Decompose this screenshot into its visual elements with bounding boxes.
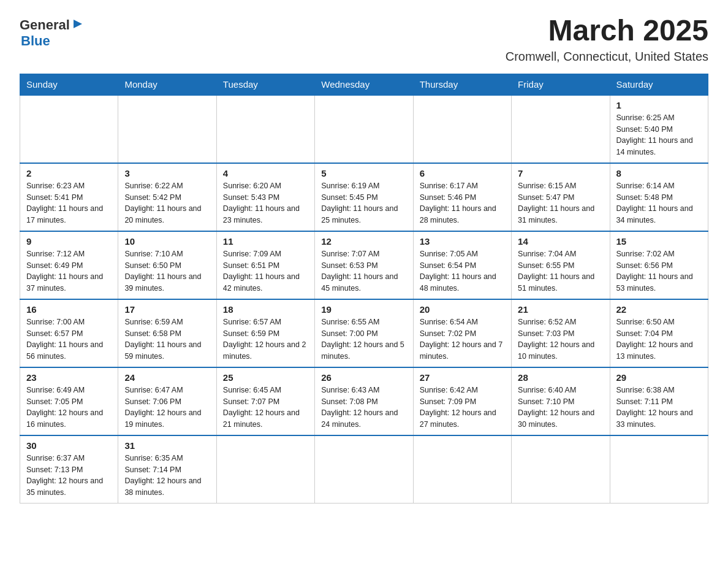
day-number: 19 [321,304,406,315]
calendar-week-1: 2Sunrise: 6:23 AM Sunset: 5:41 PM Daylig… [20,163,708,231]
day-number: 17 [124,304,210,315]
calendar-cell: 16Sunrise: 7:00 AM Sunset: 6:57 PM Dayli… [20,299,118,367]
header-day-monday: Monday [118,74,216,95]
day-info: Sunrise: 6:50 AM Sunset: 7:04 PM Dayligh… [616,316,702,362]
day-info: Sunrise: 7:12 AM Sunset: 6:49 PM Dayligh… [26,248,112,294]
calendar-cell: 24Sunrise: 6:47 AM Sunset: 7:06 PM Dayli… [118,367,216,435]
calendar-cell: 8Sunrise: 6:14 AM Sunset: 5:48 PM Daylig… [610,163,708,231]
calendar-cell: 7Sunrise: 6:15 AM Sunset: 5:47 PM Daylig… [512,163,610,231]
day-number: 26 [321,372,406,383]
day-info: Sunrise: 6:38 AM Sunset: 7:11 PM Dayligh… [616,385,702,431]
calendar-week-2: 9Sunrise: 7:12 AM Sunset: 6:49 PM Daylig… [20,231,708,299]
calendar-cell: 12Sunrise: 7:07 AM Sunset: 6:53 PM Dayli… [315,231,413,299]
day-number: 21 [518,304,603,315]
calendar-cell: 28Sunrise: 6:40 AM Sunset: 7:10 PM Dayli… [512,367,610,435]
calendar-cell: 17Sunrise: 6:59 AM Sunset: 6:58 PM Dayli… [118,299,216,367]
calendar-cell [216,435,314,504]
day-info: Sunrise: 7:02 AM Sunset: 6:56 PM Dayligh… [616,248,702,294]
header-day-friday: Friday [512,74,610,95]
day-info: Sunrise: 6:37 AM Sunset: 7:13 PM Dayligh… [26,453,112,499]
calendar-cell: 23Sunrise: 6:49 AM Sunset: 7:05 PM Dayli… [20,367,118,435]
title-block: March 2025 Cromwell, Connecticut, United… [506,15,708,64]
logo-blue-text: Blue [21,33,50,49]
calendar-cell [413,95,511,163]
calendar-week-3: 16Sunrise: 7:00 AM Sunset: 6:57 PM Dayli… [20,299,708,367]
day-info: Sunrise: 6:55 AM Sunset: 7:00 PM Dayligh… [321,316,406,362]
day-number: 3 [124,168,210,178]
logo-arrow-icon [71,17,85,31]
calendar-cell: 5Sunrise: 6:19 AM Sunset: 5:45 PM Daylig… [315,163,413,231]
day-number: 16 [26,304,112,315]
day-number: 15 [616,236,702,247]
day-number: 2 [26,168,112,178]
calendar-cell [20,95,118,163]
calendar-cell: 3Sunrise: 6:22 AM Sunset: 5:42 PM Daylig… [118,163,216,231]
calendar-cell: 6Sunrise: 6:17 AM Sunset: 5:46 PM Daylig… [413,163,511,231]
calendar-cell: 10Sunrise: 7:10 AM Sunset: 6:50 PM Dayli… [118,231,216,299]
calendar-header: SundayMondayTuesdayWednesdayThursdayFrid… [20,74,708,95]
day-info: Sunrise: 6:54 AM Sunset: 7:02 PM Dayligh… [420,316,505,362]
page-header: General Blue March 2025 Cromwell, Connec… [20,15,708,64]
day-number: 9 [26,236,112,247]
calendar-cell [610,435,708,504]
day-number: 30 [26,440,112,451]
day-number: 12 [321,236,406,247]
day-info: Sunrise: 6:42 AM Sunset: 7:09 PM Dayligh… [420,385,505,431]
day-number: 27 [420,372,505,383]
day-info: Sunrise: 6:35 AM Sunset: 7:14 PM Dayligh… [124,453,210,499]
day-number: 1 [616,100,702,110]
day-number: 22 [616,304,702,315]
calendar-body: 1Sunrise: 6:25 AM Sunset: 5:40 PM Daylig… [20,95,708,504]
calendar-cell: 1Sunrise: 6:25 AM Sunset: 5:40 PM Daylig… [610,95,708,163]
day-info: Sunrise: 6:40 AM Sunset: 7:10 PM Dayligh… [518,385,603,431]
header-day-thursday: Thursday [413,74,511,95]
day-number: 29 [616,372,702,383]
calendar-cell: 11Sunrise: 7:09 AM Sunset: 6:51 PM Dayli… [216,231,314,299]
header-day-tuesday: Tuesday [216,74,314,95]
day-info: Sunrise: 6:43 AM Sunset: 7:08 PM Dayligh… [321,385,406,431]
calendar-cell: 31Sunrise: 6:35 AM Sunset: 7:14 PM Dayli… [118,435,216,504]
day-info: Sunrise: 6:22 AM Sunset: 5:42 PM Dayligh… [124,180,210,226]
header-day-saturday: Saturday [610,74,708,95]
calendar-week-4: 23Sunrise: 6:49 AM Sunset: 7:05 PM Dayli… [20,367,708,435]
day-info: Sunrise: 6:52 AM Sunset: 7:03 PM Dayligh… [518,316,603,362]
logo: General Blue [20,17,85,49]
calendar-cell: 15Sunrise: 7:02 AM Sunset: 6:56 PM Dayli… [610,231,708,299]
calendar-cell: 19Sunrise: 6:55 AM Sunset: 7:00 PM Dayli… [315,299,413,367]
day-number: 31 [124,440,210,451]
day-info: Sunrise: 6:45 AM Sunset: 7:07 PM Dayligh… [223,385,308,431]
calendar-cell [512,435,610,504]
calendar-table: SundayMondayTuesdayWednesdayThursdayFrid… [20,74,708,504]
calendar-cell: 26Sunrise: 6:43 AM Sunset: 7:08 PM Dayli… [315,367,413,435]
day-number: 23 [26,372,112,383]
calendar-cell [118,95,216,163]
day-info: Sunrise: 7:04 AM Sunset: 6:55 PM Dayligh… [518,248,603,294]
calendar-cell: 9Sunrise: 7:12 AM Sunset: 6:49 PM Daylig… [20,231,118,299]
calendar-cell [315,435,413,504]
day-info: Sunrise: 6:57 AM Sunset: 6:59 PM Dayligh… [223,316,308,362]
day-number: 7 [518,168,603,178]
day-info: Sunrise: 6:25 AM Sunset: 5:40 PM Dayligh… [616,112,702,158]
day-info: Sunrise: 6:20 AM Sunset: 5:43 PM Dayligh… [223,180,308,226]
day-number: 11 [223,236,308,247]
calendar-cell [512,95,610,163]
day-info: Sunrise: 6:19 AM Sunset: 5:45 PM Dayligh… [321,180,406,226]
day-info: Sunrise: 6:23 AM Sunset: 5:41 PM Dayligh… [26,180,112,226]
day-number: 5 [321,168,406,178]
calendar-cell [315,95,413,163]
calendar-cell: 4Sunrise: 6:20 AM Sunset: 5:43 PM Daylig… [216,163,314,231]
day-number: 13 [420,236,505,247]
page-title: March 2025 [506,15,708,47]
page-subtitle: Cromwell, Connecticut, United States [506,50,708,64]
day-number: 4 [223,168,308,178]
day-number: 14 [518,236,603,247]
calendar-cell: 13Sunrise: 7:05 AM Sunset: 6:54 PM Dayli… [413,231,511,299]
calendar-cell: 30Sunrise: 6:37 AM Sunset: 7:13 PM Dayli… [20,435,118,504]
day-number: 25 [223,372,308,383]
calendar-week-5: 30Sunrise: 6:37 AM Sunset: 7:13 PM Dayli… [20,435,708,504]
calendar-cell: 27Sunrise: 6:42 AM Sunset: 7:09 PM Dayli… [413,367,511,435]
calendar-cell [216,95,314,163]
calendar-week-0: 1Sunrise: 6:25 AM Sunset: 5:40 PM Daylig… [20,95,708,163]
calendar-cell: 25Sunrise: 6:45 AM Sunset: 7:07 PM Dayli… [216,367,314,435]
day-number: 20 [420,304,505,315]
